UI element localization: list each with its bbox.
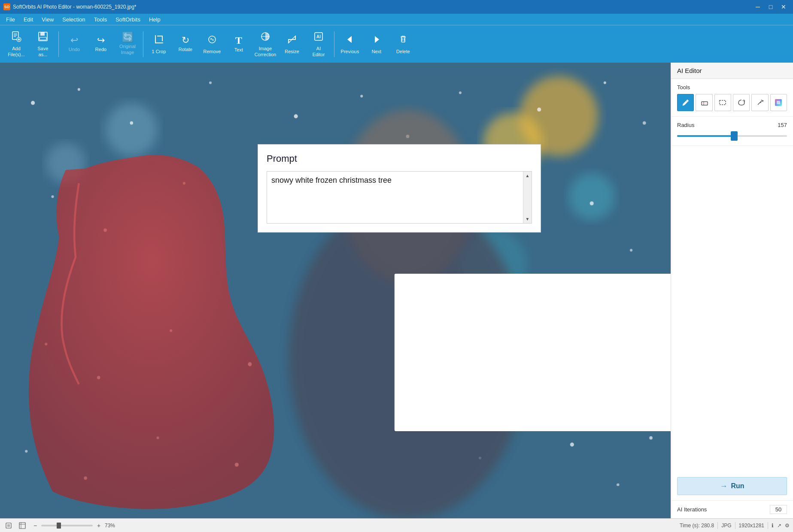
tool-magic-wand[interactable] [751,94,768,111]
tool-lasso[interactable] [733,94,750,111]
tool-rectangle[interactable] [714,94,731,111]
share-icon[interactable]: ↗ [777,523,781,529]
ai-editor-title: AI Editor [677,67,702,74]
svg-rect-78 [777,101,780,104]
resize-icon [286,33,298,47]
settings-icon[interactable]: ⚙ [785,523,790,529]
tool-brush[interactable] [677,94,694,111]
close-button[interactable]: ✕ [778,2,790,12]
tool-color[interactable] [770,94,787,111]
status-left: − + 73% [3,520,676,531]
ai-editor-label: AIEditor [313,46,325,57]
separator-3 [334,31,334,57]
zoom-out-button[interactable]: − [31,521,39,530]
save-as-label: Saveas... [37,46,48,57]
svg-rect-81 [19,523,25,529]
zoom-in-button[interactable]: + [94,521,103,530]
time-label: Time (s): 280.8 [680,523,714,529]
scroll-up-icon[interactable]: ▲ [525,172,531,179]
prompt-input-wrapper: snowy white frozen christmass tree ▲ ▼ [267,171,532,224]
run-button[interactable]: → Run [677,477,787,495]
separator-2 [143,31,143,57]
undo-label: Undo [69,47,80,52]
save-as-button[interactable]: Saveas... [30,27,56,61]
svg-text:AI: AI [316,34,321,39]
original-image-button[interactable]: 🔄 OriginalImage [115,27,140,61]
svg-rect-18 [401,37,405,42]
crop-icon [153,33,165,47]
canvas-area[interactable]: Prompt snowy white frozen christmass tre… [0,63,671,518]
previous-label: Previous [341,49,359,54]
menu-help[interactable]: Help [145,15,165,24]
add-file-label: AddFile(s)... [8,46,25,57]
original-image-icon: 🔄 [122,33,134,42]
redo-label: Redo [95,47,106,52]
menu-file[interactable]: File [2,15,19,24]
scene-background [0,63,671,518]
remove-button[interactable]: Remove [199,27,225,61]
add-file-icon [10,30,22,44]
radius-value: 157 [778,122,787,128]
radius-label: Radius [677,122,694,128]
delete-button[interactable]: Delete [390,27,416,61]
remove-icon [206,33,218,47]
redo-button[interactable]: ↪ Redo [88,27,114,61]
undo-button[interactable]: ↩ Undo [61,27,87,61]
photo-canvas: Prompt snowy white frozen christmass tre… [0,63,671,518]
text-label: Text [234,47,243,53]
radius-slider-track [677,135,787,137]
resize-label: Resize [285,49,299,54]
rotate-button[interactable]: ↻ Rotate [173,27,198,61]
add-file-button[interactable]: AddFile(s)... [3,27,29,61]
menu-bar: File Edit View Selection Tools SoftOrbit… [0,14,793,25]
main-layout: Prompt snowy white frozen christmass tre… [0,63,793,518]
prompt-scrollbar: ▲ ▼ [523,172,532,223]
resize-button[interactable]: Resize [279,27,305,61]
right-panel: AI Editor Tools [671,63,793,518]
crop-button[interactable]: 1 Crop [146,27,172,61]
image-correction-button[interactable]: ImageCorrection [252,27,278,61]
menu-view[interactable]: View [37,15,58,24]
menu-selection[interactable]: Selection [58,15,89,24]
title-bar: SO SoftOrbits AI Photo Editor - woman-60… [0,0,793,14]
delete-label: Delete [396,49,410,54]
separator-1 [58,31,59,57]
zoom-slider-thumb[interactable] [57,523,61,529]
radius-slider-container[interactable] [677,132,787,140]
save-icon [37,30,49,44]
previous-icon [344,33,356,47]
svg-rect-71 [720,100,726,105]
status-right: Time (s): 280.8 JPG 1920x1281 ℹ ↗ ⚙ [680,522,790,529]
next-icon [371,33,383,47]
info-icon[interactable]: ℹ [772,523,774,529]
image-correction-label: ImageCorrection [255,46,276,57]
status-bar: − + 73% Time (s): 280.8 JPG 1920x1281 ℹ … [0,518,793,532]
ai-editor-button[interactable]: AI AIEditor [306,27,331,61]
menu-tools[interactable]: Tools [90,15,111,24]
menu-edit[interactable]: Edit [19,15,37,24]
delete-icon [397,33,409,47]
text-button[interactable]: T Text [226,27,252,61]
fit-to-window-button[interactable] [3,520,14,531]
maximize-button[interactable]: □ [765,2,777,12]
iterations-value[interactable]: 50 [770,505,787,514]
zoom-slider[interactable] [41,525,93,526]
svg-rect-80 [7,524,10,527]
image-dimensions: 1920x1281 [739,523,764,529]
radius-slider-thumb[interactable] [731,131,738,141]
previous-button[interactable]: Previous [337,27,363,61]
minimize-button[interactable]: ─ [752,2,764,12]
svg-rect-8 [40,32,45,36]
menu-softorbits[interactable]: SoftOrbits [111,15,145,24]
next-label: Next [372,49,382,54]
undo-icon: ↩ [70,36,78,45]
status-divider-1 [717,522,718,529]
prompt-title: Prompt [267,153,532,164]
next-button[interactable]: Next [364,27,389,61]
scroll-down-icon[interactable]: ▼ [525,216,531,222]
actual-size-button[interactable] [17,520,27,531]
prompt-textarea[interactable]: snowy white frozen christmass tree [267,172,523,223]
image-correction-icon [259,30,271,44]
original-image-label: OriginalImage [119,44,136,55]
tool-eraser[interactable] [696,94,712,111]
